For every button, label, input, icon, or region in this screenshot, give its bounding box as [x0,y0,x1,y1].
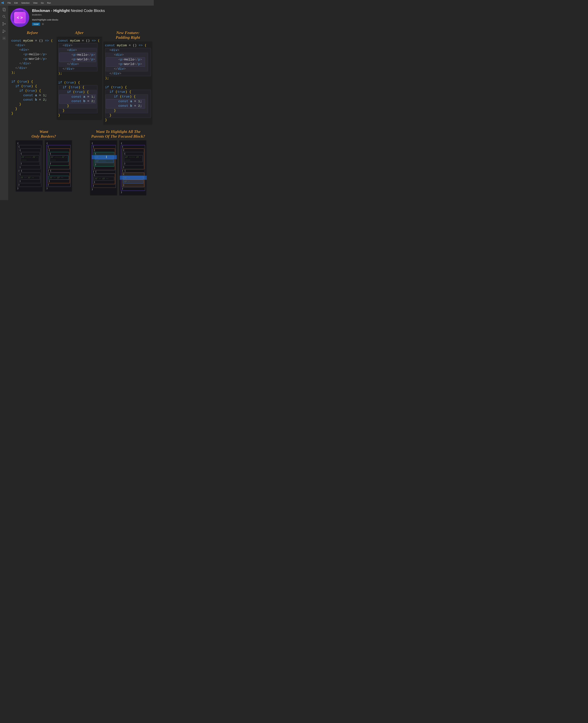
svg-point-10 [43,24,43,24]
borders-color-preview: { { { { // ----- // ----- } } } { { // -… [45,140,72,191]
svg-marker-7 [3,30,5,32]
extension-description: Mark/Highlight code blocks [32,19,105,21]
svg-point-5 [3,25,3,25]
svg-point-9 [4,38,5,39]
before-code: const myCom = () => ( <div> <div> <p>Hel… [10,37,55,118]
only-borders-section: WantOnly Borders? { { { { // ----- // --… [10,128,78,195]
extension-title-sub: Nested Code Blocks [71,8,105,13]
vscode-logo-icon [1,1,4,4]
explorer-icon[interactable] [2,7,6,12]
parents-preview-b: { { { { // ----- // ----- } } } { { // -… [119,140,146,195]
extension-publisher: leodevbro [32,14,105,16]
svg-line-3 [4,17,6,18]
svg-point-6 [5,23,5,24]
highlight-parents-section: Want To Highlight All TheParents Of The … [84,128,152,195]
source-control-icon[interactable] [2,22,6,26]
run-debug-icon[interactable] [2,29,6,33]
before-title: Before [10,29,55,37]
new-feature-column: New Feature:Padding Right const myCom = … [103,29,152,125]
menu-file[interactable]: File [6,1,13,5]
only-borders-title: WantOnly Borders? [10,128,78,140]
new-feature-title: New Feature:Padding Right [103,29,152,41]
borders-gray-preview: { { { { // ----- // ----- } } } { { // -… [16,140,43,191]
after-code: const myCom = () => ( <div> <div> <p>Hel… [57,37,102,120]
menu-run[interactable]: Run [45,1,52,5]
extension-header: < > Blockman - Highlight Nested Code Blo… [10,7,152,29]
code-brackets-icon: < > [14,12,25,23]
highlight-parents-title: Want To Highlight All TheParents Of The … [84,128,152,140]
svg-point-2 [3,15,5,17]
before-column: Before const myCom = () => ( <div> <div>… [10,29,55,125]
extension-meta: Blockman - Highlight Nested Code Blocks … [32,8,105,27]
menu-selection[interactable]: Selection [20,1,31,5]
options-row: WantOnly Borders? { { { { // ----- // --… [10,128,152,195]
comparison-row: Before const myCom = () => ( <div> <div>… [10,29,152,125]
after-title: After [57,29,102,37]
new-feature-code: const myCom = () => ( <div> <div> <p>Hel… [103,41,152,125]
install-button[interactable]: Install [32,23,40,26]
extension-title-main: Blockman - Highlight [32,8,70,13]
main-area: < > Blockman - Highlight Nested Code Blo… [0,6,154,200]
after-column: After const myCom = () => ( <div> <div> … [57,29,102,125]
editor-content: < > Blockman - Highlight Nested Code Blo… [8,6,154,200]
svg-rect-1 [3,8,5,11]
search-icon[interactable] [2,15,6,19]
menu-view[interactable]: View [31,1,39,5]
title-bar: File Edit Selection View Go Run [0,0,154,6]
parents-preview-a: { { { { // ----- // ----- } } } { { // -… [90,140,117,195]
svg-point-4 [3,22,3,23]
extension-icon: < > [10,8,29,27]
settings-gear-icon[interactable] [2,36,6,41]
menu-bar: File Edit Selection View Go Run [6,1,52,5]
extension-settings-gear-icon[interactable] [42,23,44,26]
svg-rect-0 [3,8,5,11]
menu-edit[interactable]: Edit [13,1,19,5]
extension-title: Blockman - Highlight Nested Code Blocks [32,8,105,13]
menu-go[interactable]: Go [39,1,45,5]
activity-bar [0,6,8,200]
